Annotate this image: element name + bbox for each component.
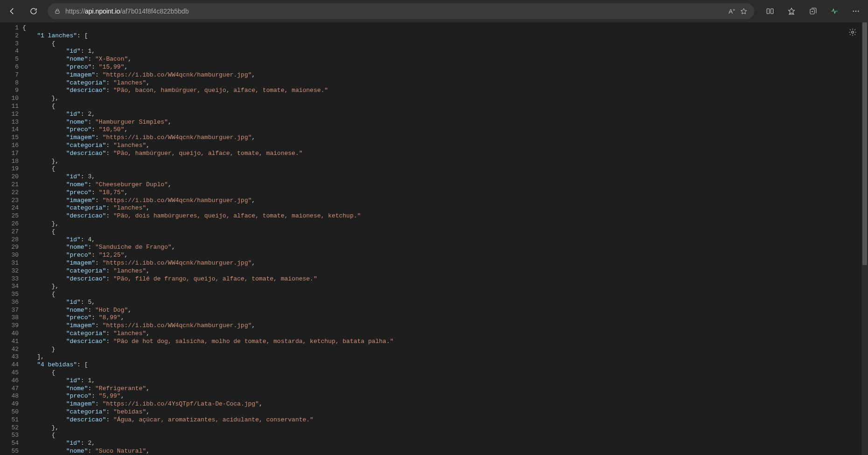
back-button[interactable] <box>5 4 20 19</box>
menu-icon[interactable] <box>848 4 863 19</box>
browser-toolbar: https://api.npoint.io/af7b014f8f4c822b5b… <box>0 0 868 22</box>
lock-icon <box>54 8 61 14</box>
collections-icon[interactable] <box>806 4 820 19</box>
line-number-gutter: 1234567891011121314151617181920212223242… <box>0 22 22 455</box>
svg-rect-1 <box>767 9 769 14</box>
refresh-button[interactable] <box>26 4 41 19</box>
svg-point-5 <box>855 11 856 12</box>
url-text: https://api.npoint.io/af7b014f8f4c822b5b… <box>65 7 189 15</box>
json-viewer: 1234567891011121314151617181920212223242… <box>0 22 868 455</box>
gear-icon[interactable] <box>848 28 857 36</box>
address-bar[interactable]: https://api.npoint.io/af7b014f8f4c822b5b… <box>48 3 754 19</box>
svg-point-7 <box>852 31 854 34</box>
split-screen-icon[interactable] <box>763 4 778 19</box>
performance-icon[interactable] <box>827 4 842 19</box>
read-aloud-icon[interactable]: A» <box>729 7 735 15</box>
json-code[interactable]: { "1 lanches": [ { "id": 1, "nome": "X-B… <box>22 22 868 455</box>
svg-rect-2 <box>771 9 773 14</box>
favorites-icon[interactable] <box>784 4 799 19</box>
svg-rect-0 <box>56 11 59 13</box>
scrollbar-thumb[interactable] <box>862 22 867 265</box>
svg-point-4 <box>853 11 854 12</box>
svg-point-6 <box>858 11 859 12</box>
favorite-icon[interactable] <box>740 7 748 15</box>
